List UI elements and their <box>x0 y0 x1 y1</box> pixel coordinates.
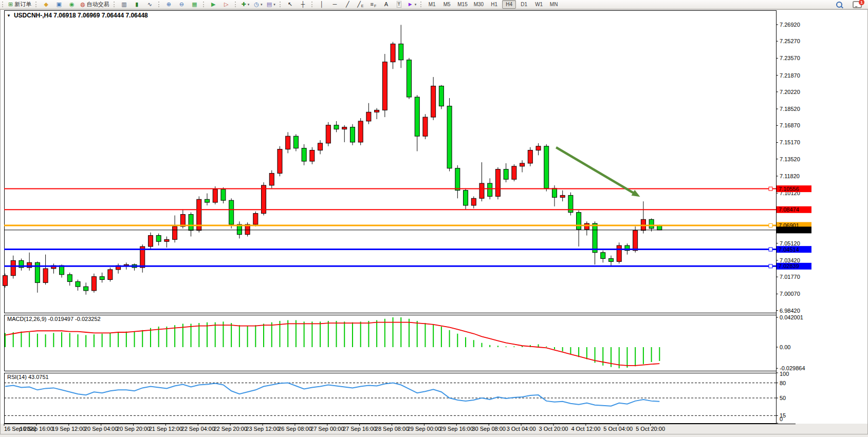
line-chart-button[interactable]: ∿ <box>144 0 156 9</box>
rsi-label: RSI(14) 43.0751 <box>7 374 49 380</box>
chat-bubble-icon: 1 <box>853 1 862 8</box>
candle-body <box>221 189 226 200</box>
new-order-button[interactable]: ⊞新订单 <box>7 0 33 9</box>
candle-body <box>108 270 113 280</box>
candle-body <box>310 150 315 161</box>
candle-body <box>471 198 476 205</box>
level-price-label: 7.08474 <box>779 206 799 213</box>
candle-body <box>342 127 347 129</box>
crosshair-button[interactable]: ┼ <box>297 0 309 9</box>
templates-icon: ▤ <box>267 1 272 8</box>
bar-chart-button[interactable]: ▥ <box>118 0 130 9</box>
level-line-marker[interactable] <box>769 223 772 227</box>
zoom-out-button[interactable]: ⊖ <box>176 0 188 9</box>
candle-body <box>407 60 412 97</box>
indicators-icon: ✚ <box>241 1 246 8</box>
vertical-line-icon: │ <box>320 1 324 8</box>
timeframe-button-m15[interactable]: M15 <box>455 0 470 9</box>
text-label-button[interactable]: T <box>393 0 405 9</box>
zoom-out-icon: ⊖ <box>179 1 184 8</box>
candle-body <box>334 125 339 129</box>
timeframe-button-d1[interactable]: D1 <box>517 0 531 9</box>
timeframe-button-w1[interactable]: W1 <box>532 0 546 9</box>
rsi-axis-label: 100 <box>780 371 789 377</box>
candle-body <box>512 166 516 179</box>
auto-scroll-button[interactable]: ▶ <box>208 0 219 9</box>
price-axis-label: 7.23570 <box>780 55 800 61</box>
candle-body <box>269 173 274 185</box>
trendline-button[interactable]: ╱ <box>342 0 354 9</box>
time-axis-label: 21 Sep 12:00 <box>149 426 182 432</box>
signals-button[interactable]: ◉ <box>66 0 78 9</box>
symbol-title[interactable]: ▼ USDCNH-,H4 7.06918 7.06969 7.06444 7.0… <box>7 12 148 19</box>
chevron-down-icon: ▾ <box>248 3 250 7</box>
price-axis-label: 7.00070 <box>780 291 800 297</box>
templates-button[interactable]: ▤▾ <box>265 0 277 9</box>
candle-body <box>455 168 460 191</box>
candle-body <box>286 136 290 149</box>
candle-body <box>318 143 323 150</box>
candle-body <box>148 236 153 246</box>
price-axis-label: 7.01770 <box>780 274 800 280</box>
timeframe-button-h4[interactable]: H4 <box>502 0 516 9</box>
cursor-button[interactable]: ↖ <box>284 0 296 9</box>
candle-body <box>180 215 185 226</box>
level-line-marker[interactable] <box>769 248 772 251</box>
toolbar: ⊞新订单◆▣◉◍自动交易▥▮∿⊕⊖▦▶▷✚▾◷▾▤▾↖┼│─╱╱E≡FAT►▾M… <box>0 0 868 9</box>
timeframe-button-m5[interactable]: M5 <box>440 0 454 9</box>
time-axis-label: 27 Sep 00:00 <box>310 426 344 432</box>
price-axis-label: 7.20220 <box>780 89 800 95</box>
vertical-line-button[interactable]: │ <box>316 0 328 9</box>
candlestick-chart-button[interactable]: ▮ <box>131 0 143 9</box>
zoom-in-button[interactable]: ⊕ <box>163 0 175 9</box>
zoom-in-icon: ⊕ <box>167 1 171 8</box>
candle-body <box>439 86 444 106</box>
timeframe-button-h1[interactable]: H1 <box>487 0 501 9</box>
horizontal-line-button[interactable]: ─ <box>329 0 341 9</box>
periods-button[interactable]: ◷▾ <box>252 0 264 9</box>
toolbar-grip <box>158 2 161 7</box>
auto-trading-button[interactable]: ◍自动交易 <box>79 0 111 9</box>
candle-body <box>11 260 15 275</box>
candle-body <box>173 226 177 239</box>
text-icon: A <box>384 1 388 8</box>
candle-body <box>423 117 428 136</box>
time-axis-label: 23 Sep 12:00 <box>246 426 279 432</box>
toolbar-grip <box>203 2 206 7</box>
candle-body <box>617 245 621 261</box>
candle-body <box>633 231 638 251</box>
indicators-button[interactable]: ✚▾ <box>239 0 251 9</box>
crosshair-icon: ┼ <box>301 1 305 8</box>
timeframe-button-m30[interactable]: M30 <box>471 0 486 9</box>
notifications-button[interactable]: 1 <box>851 0 863 9</box>
symbol-title-text: USDCNH-,H4 7.06918 7.06969 7.06444 7.064… <box>14 12 148 19</box>
timeframe-button-m1[interactable]: M1 <box>425 0 439 9</box>
level-line-marker[interactable] <box>769 264 772 268</box>
tile-windows-button[interactable]: ▦ <box>189 0 200 9</box>
time-axis-label: 5 Oct 04:00 <box>603 426 633 432</box>
time-axis-label: 30 Sep 08:00 <box>472 426 505 432</box>
equidistant-channel-button[interactable]: ╱E <box>355 0 366 9</box>
price-axis-label: 6.98420 <box>780 308 800 314</box>
time-axis-label: 3 Oct 20:00 <box>539 426 568 432</box>
text-button[interactable]: A <box>380 0 392 9</box>
candle-body <box>593 223 597 253</box>
candle-body <box>278 149 282 174</box>
candle-body <box>91 277 96 291</box>
equidistant-channel-icon: ╱ <box>357 1 361 8</box>
toolbar-grip <box>2 2 5 7</box>
fibonacci-button[interactable]: ≡F <box>367 0 379 9</box>
level-line-marker[interactable] <box>769 187 772 191</box>
deposit-button[interactable]: ◆ <box>40 0 52 9</box>
chart-shift-button[interactable]: ▷ <box>220 0 232 9</box>
market-watch-button[interactable]: ▣ <box>53 0 65 9</box>
arrows-button[interactable]: ►▾ <box>406 0 418 9</box>
search-button[interactable] <box>833 0 845 9</box>
chart-canvas: 7.269207.252707.235707.218707.202207.185… <box>0 0 868 437</box>
timeframe-button-mn[interactable]: MN <box>547 0 561 9</box>
time-axis-label: 4 Oct 12:00 <box>571 426 600 432</box>
candlestick-chart-icon: ▮ <box>135 1 138 8</box>
toolbar-right: 1 <box>833 0 864 9</box>
time-axis-label: 22 Sep 20:00 <box>213 426 247 432</box>
candle-body <box>156 236 161 242</box>
